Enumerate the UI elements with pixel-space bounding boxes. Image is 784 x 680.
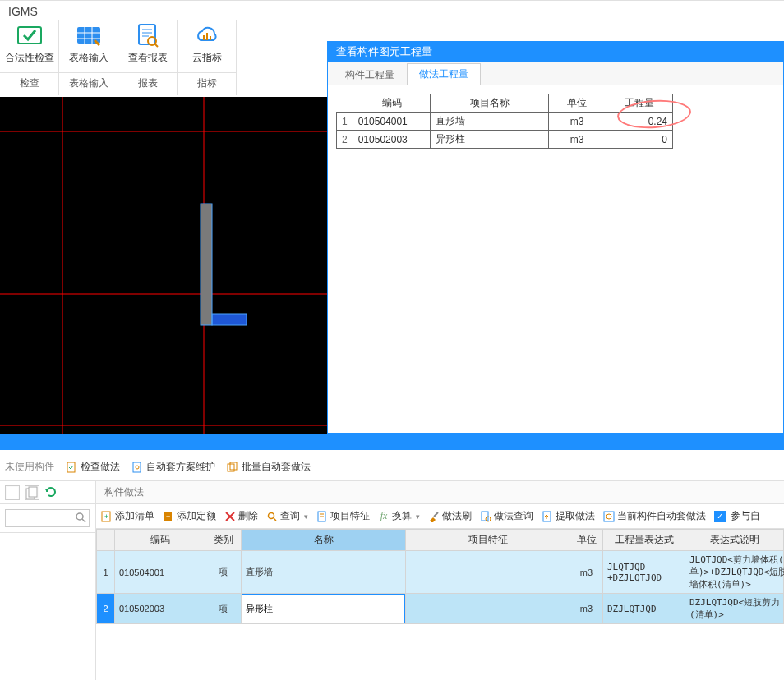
check-icon (15, 23, 44, 48)
extract-button[interactable]: 提取做法 (542, 509, 595, 523)
svg-rect-31 (29, 487, 37, 497)
gear-doc-icon (131, 462, 143, 473)
grid-row-selected[interactable]: 2 010502003 项 m3 DZJLQTJQD DZJLQTJQD<短肢剪… (97, 594, 784, 624)
svg-rect-21 (201, 204, 212, 325)
copy-item-button[interactable] (25, 485, 39, 500)
ribbon-item-label: 合法性检查 (5, 51, 54, 65)
svg-rect-27 (228, 464, 234, 471)
add-list-button[interactable]: +添加清单 (101, 509, 154, 523)
extract-icon (542, 511, 553, 522)
brush-icon (428, 511, 440, 522)
check-practice-button[interactable]: 检查做法 (66, 460, 120, 474)
left-nav (0, 481, 95, 680)
feature-button[interactable]: 项目特征 (316, 509, 370, 523)
new-item-button[interactable] (5, 485, 20, 500)
ribbon-view-report[interactable]: 查看报表 (119, 23, 177, 65)
feature-icon (316, 511, 328, 522)
popup-title[interactable]: 查看构件图元工程量 (328, 41, 783, 62)
ribbon-check-validity[interactable]: 合法性检查 (1, 23, 58, 65)
document-check-icon (66, 462, 77, 473)
practice-query-button[interactable]: 做法查询 (480, 509, 533, 523)
col-code: 编码 (353, 94, 431, 113)
col-unit[interactable]: 单位 (570, 530, 603, 551)
col-desc[interactable]: 表达式说明 (685, 530, 784, 551)
auto-icon (603, 511, 615, 522)
ribbon-table-input[interactable]: 表格输入 (60, 23, 118, 65)
cad-canvas[interactable] (0, 97, 327, 434)
practice-panel-title: 构件做法 (96, 481, 784, 504)
col-cat[interactable]: 类别 (205, 530, 242, 551)
participate-checkbox[interactable]: ✓参与自 (714, 509, 760, 523)
svg-line-45 (434, 512, 438, 517)
toolbar-practice: 未使用构件 检查做法 自动套方案维护 批量自动套做法 (0, 453, 784, 481)
add-norm-icon: + (163, 511, 174, 522)
svg-point-40 (269, 512, 274, 518)
splitter-bar[interactable] (0, 434, 784, 450)
auto-scheme-button[interactable]: 自动套方案维护 (131, 460, 215, 474)
svg-rect-49 (604, 512, 614, 521)
ribbon-item-label: 表格输入 (69, 51, 108, 65)
add-list-icon: + (101, 511, 113, 522)
popup-tabs: 构件工程量 做法工程量 (328, 62, 783, 85)
brush-button[interactable]: 做法刷 (428, 509, 472, 523)
svg-line-11 (154, 44, 158, 47)
svg-rect-15 (0, 97, 327, 434)
svg-rect-22 (212, 314, 247, 325)
practice-toolbar: +添加清单 +添加定额 删除 查询 项目特征 fx换算 做法刷 做法查询 提取做… (96, 504, 784, 529)
checkbox-checked-icon: ✓ (714, 511, 726, 522)
practice-panel: 构件做法 +添加清单 +添加定额 删除 查询 项目特征 fx换算 做法刷 做法查… (95, 481, 784, 680)
convert-button[interactable]: fx换算 (378, 509, 420, 523)
auto-current-button[interactable]: 当前构件自动套做法 (603, 509, 706, 523)
search-input[interactable] (5, 509, 90, 527)
name-cell-input[interactable] (242, 594, 405, 623)
col-feat[interactable]: 项目特征 (406, 530, 570, 551)
grid-icon (74, 23, 104, 48)
doc-search-icon (480, 511, 491, 522)
svg-rect-0 (18, 27, 41, 44)
tab-practice-qty[interactable]: 做法工程量 (407, 63, 481, 85)
svg-line-41 (274, 518, 276, 521)
svg-rect-24 (67, 462, 75, 472)
ribbon-item-label: 云指标 (192, 51, 222, 65)
ribbon: 合法性检查 检查 表格输入 表格输入 查看报表 报表 (0, 20, 247, 95)
svg-rect-29 (7, 487, 18, 499)
delete-button[interactable]: 删除 (224, 509, 258, 523)
report-icon (133, 23, 163, 48)
fx-icon: fx (378, 511, 390, 522)
col-code[interactable]: 编码 (115, 530, 205, 551)
cloud-icon (192, 23, 222, 48)
ribbon-group-label: 报表 (118, 72, 177, 95)
tab-component-qty[interactable]: 构件工程量 (333, 63, 407, 85)
col-unit: 单位 (548, 94, 606, 113)
svg-rect-25 (133, 462, 141, 472)
ribbon-group-label: 指标 (178, 72, 236, 95)
search-icon (266, 511, 278, 522)
col-name: 项目名称 (431, 94, 548, 113)
svg-text:+: + (104, 512, 108, 521)
svg-rect-6 (139, 25, 155, 44)
ribbon-group-label: 检查 (0, 72, 58, 95)
quantity-popup: 查看构件图元工程量 构件工程量 做法工程量 编码 项目名称 单位 工程量 1 0… (327, 41, 784, 434)
grid-row[interactable]: 1 010504001 项 直形墙 m3 JLQTJQD +DZJLQTJQD … (97, 551, 784, 594)
query-button[interactable]: 查询 (266, 509, 308, 523)
ribbon-group-label: 表格输入 (59, 72, 118, 95)
batch-auto-button[interactable]: 批量自动套做法 (227, 460, 311, 474)
svg-point-50 (606, 514, 611, 519)
col-rowidx[interactable] (97, 530, 115, 551)
svg-point-26 (136, 466, 139, 469)
add-norm-button[interactable]: +添加定额 (163, 509, 216, 523)
practice-grid: 编码 类别 名称 项目特征 单位 工程量表达式 表达式说明 1 01050400… (96, 529, 784, 624)
svg-rect-28 (230, 462, 237, 470)
batch-icon (227, 462, 238, 473)
col-expr[interactable]: 工程量表达式 (603, 530, 685, 551)
refresh-button[interactable] (44, 485, 59, 500)
search-box (0, 504, 95, 533)
ribbon-cloud-index[interactable]: 云指标 (178, 23, 236, 65)
left-tools (0, 481, 95, 504)
app-title: IGMS (8, 5, 38, 18)
ribbon-item-label: 查看报表 (128, 51, 168, 65)
table-row[interactable]: 2 010502003 异形柱 m3 0 (337, 131, 673, 149)
svg-text:+: + (166, 512, 170, 521)
svg-rect-46 (482, 512, 488, 521)
col-name[interactable]: 名称 (242, 530, 406, 551)
